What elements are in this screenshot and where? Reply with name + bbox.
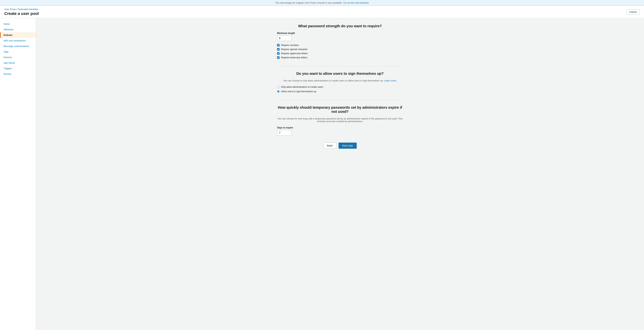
signup-learn-more[interactable]: Learn more. xyxy=(384,79,397,82)
sidebar-item-message[interactable]: Message customizations xyxy=(0,43,36,49)
signup-section: Do you want to allow users to sign thems… xyxy=(277,72,403,93)
checkbox-require-numbers-input[interactable] xyxy=(277,44,280,46)
header: User Pools | Federated Identities Create… xyxy=(0,6,644,18)
header-left: User Pools | Federated Identities Create… xyxy=(4,8,39,16)
radio-admin-only-input[interactable] xyxy=(277,86,280,88)
checkbox-require-lowercase-input[interactable] xyxy=(277,56,280,59)
checkbox-require-uppercase[interactable]: Require uppercase letters xyxy=(277,52,403,55)
expiry-section: How quickly should temporary passwords s… xyxy=(277,105,403,135)
min-length-label: Minimum length xyxy=(277,32,403,34)
password-checkbox-group: Require numbers Require special characte… xyxy=(277,44,403,59)
checkbox-require-special-label: Require special character xyxy=(281,48,308,51)
days-expire-label: Days to expire xyxy=(277,126,403,129)
breadcrumb: User Pools | Federated Identities xyxy=(4,8,39,10)
checkbox-require-uppercase-label: Require uppercase letters xyxy=(281,52,308,55)
radio-allow-self-signup-input[interactable] xyxy=(277,90,280,93)
layout: Name Attributes Policies MFA and verific… xyxy=(0,18,644,330)
banner-text: The new design for Cognito User Pools co… xyxy=(275,1,342,4)
checkbox-require-numbers-label: Require numbers xyxy=(281,44,299,46)
password-section-title: What password strength do you want to re… xyxy=(277,24,403,28)
radio-admin-only-label: Only allow administrators to create user… xyxy=(281,86,323,88)
checkbox-require-uppercase-input[interactable] xyxy=(277,52,280,55)
days-expire-group: Days to expire xyxy=(277,126,403,135)
min-length-input[interactable] xyxy=(277,35,292,41)
sidebar-item-review[interactable]: Review xyxy=(0,71,36,77)
breadcrumb-separator: | xyxy=(16,8,17,10)
signup-subtitle-text: You can choose to only allow administrat… xyxy=(283,79,384,82)
back-button[interactable]: Back xyxy=(323,143,336,149)
sidebar: Name Attributes Policies MFA and verific… xyxy=(0,18,36,330)
footer-buttons: Back Next step xyxy=(277,143,403,149)
sidebar-item-app-clients[interactable]: App clients xyxy=(0,60,36,66)
page-title: Create a user pool xyxy=(4,11,39,16)
expiry-section-desc: You can choose for how long until a temp… xyxy=(277,117,403,123)
min-length-group: Minimum length xyxy=(277,32,403,41)
sidebar-item-mfa[interactable]: MFA and verifications xyxy=(0,38,36,43)
cancel-button[interactable]: Cancel xyxy=(626,9,640,14)
form-content: What password strength do you want to re… xyxy=(277,24,403,149)
radio-allow-self-signup-label: Allow users to sign themselves up xyxy=(281,90,316,93)
radio-allow-self-signup[interactable]: Allow users to sign themselves up xyxy=(277,90,403,93)
divider-2 xyxy=(277,100,403,100)
checkbox-require-special[interactable]: Require special character xyxy=(277,48,403,51)
sidebar-item-triggers[interactable]: Triggers xyxy=(0,66,36,71)
signup-radio-group: Only allow administrators to create user… xyxy=(277,86,403,93)
sidebar-item-tags[interactable]: Tags xyxy=(0,49,36,54)
expiry-section-title: How quickly should temporary passwords s… xyxy=(277,105,403,114)
banner-link[interactable]: Try out the new interface xyxy=(343,1,369,4)
password-section: What password strength do you want to re… xyxy=(277,24,403,59)
days-expire-input[interactable] xyxy=(277,130,292,135)
next-step-button[interactable]: Next step xyxy=(338,143,357,149)
breadcrumb-user-pools[interactable]: User Pools xyxy=(4,8,16,10)
checkbox-require-lowercase-label: Require lowercase letters xyxy=(281,56,308,59)
sidebar-item-attributes[interactable]: Attributes xyxy=(0,27,36,32)
signup-section-title: Do you want to allow users to sign thems… xyxy=(277,72,403,76)
checkbox-require-lowercase[interactable]: Require lowercase letters xyxy=(277,56,403,59)
checkbox-require-numbers[interactable]: Require numbers xyxy=(277,44,403,46)
main-content: What password strength do you want to re… xyxy=(36,18,644,330)
sidebar-item-devices[interactable]: Devices xyxy=(0,54,36,60)
signup-section-subtitle: You can choose to only allow administrat… xyxy=(277,79,403,82)
sidebar-item-policies[interactable]: Policies xyxy=(0,32,36,38)
checkbox-require-special-input[interactable] xyxy=(277,48,280,51)
radio-admin-only[interactable]: Only allow administrators to create user… xyxy=(277,86,403,88)
sidebar-item-name[interactable]: Name xyxy=(0,21,36,27)
divider-1 xyxy=(277,66,403,66)
top-banner: The new design for Cognito User Pools co… xyxy=(0,0,644,6)
breadcrumb-federated[interactable]: Federated Identities xyxy=(18,8,38,10)
